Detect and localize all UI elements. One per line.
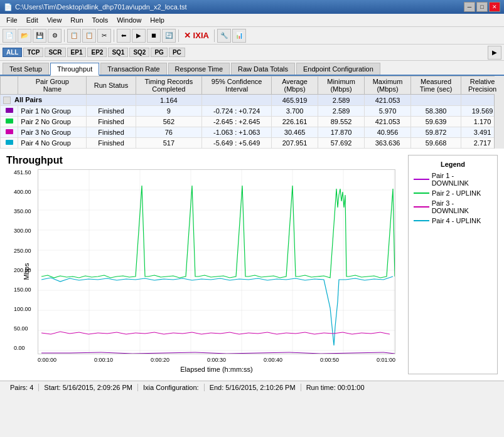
tab-transaction-rate[interactable]: Transaction Rate <box>100 63 166 75</box>
row-time-2: 59.872 <box>411 127 461 138</box>
menu-edit[interactable]: Edit <box>23 15 42 25</box>
open-button[interactable]: 📂 <box>18 29 31 43</box>
row-icon-1 <box>1 117 18 127</box>
x-tick-1: 0:00:10 <box>94 357 113 363</box>
tab-endpoint-config[interactable]: Endpoint Configuration <box>296 63 380 75</box>
tool-btn-9[interactable]: 🔧 <box>217 29 231 43</box>
menu-file[interactable]: File <box>3 15 21 25</box>
mode-ep1[interactable]: EP1 <box>67 48 87 57</box>
all-pairs-time <box>411 95 461 106</box>
tool-btn-5[interactable]: ⬅ <box>117 29 131 43</box>
mode-pc[interactable]: PC <box>169 48 185 57</box>
menu-tools[interactable]: Tools <box>88 15 112 25</box>
row-pair-2: Pair 3 No Group <box>18 127 87 138</box>
cut-button[interactable]: ✂ <box>97 29 111 43</box>
status-ixia-config: Ixia Configuration: <box>138 384 205 391</box>
scroll-right[interactable]: ▶ <box>488 46 501 60</box>
tab-throughput[interactable]: Throughput <box>50 63 99 76</box>
all-pairs-row: All Pairs 1.164 465.919 2.589 421.053 <box>1 95 504 106</box>
row-icon-0 <box>1 106 18 117</box>
row-avg-0: 3.700 <box>272 106 318 117</box>
ixia-logo: ✕ IXIA <box>184 31 209 40</box>
x-tick-3: 0:00:30 <box>207 357 226 363</box>
x-tick-4: 0:00:40 <box>264 357 282 363</box>
maximize-button[interactable]: □ <box>476 2 488 12</box>
y-tick-5: 200.00 <box>14 267 31 273</box>
separator-1 <box>64 29 65 42</box>
legend-label-1: Pair 1 - DOWNLINK <box>432 172 492 187</box>
table-row: Pair 3 No Group Finished 76 -1.063 : +1.… <box>1 127 504 138</box>
y-tick-6: 150.00 <box>14 287 31 293</box>
x-tick-2: 0:00:20 <box>151 357 169 363</box>
mode-tcp[interactable]: TCP <box>23 48 43 57</box>
x-tick-6: 0:01:00 <box>377 357 395 363</box>
tool-btn-4[interactable]: ⚙ <box>48 29 62 43</box>
status-start: Start: 5/16/2015, 2:09:26 PM <box>39 384 138 391</box>
chart-legend: Legend Pair 1 - DOWNLINK Pair 2 - UPLINK… <box>408 155 498 374</box>
new-button[interactable]: 📄 <box>3 29 16 43</box>
col-relative-precision: RelativePrecision <box>461 76 504 95</box>
tab-raw-data[interactable]: Raw Data Totals <box>231 63 295 75</box>
tab-test-setup[interactable]: Test Setup <box>3 63 49 75</box>
separator-3 <box>178 29 179 42</box>
mode-all[interactable]: ALL <box>3 48 22 57</box>
table-row: Pair 1 No Group Finished 9 -0.724 : +0.7… <box>1 106 504 117</box>
paste-button[interactable]: 📋 <box>82 29 96 43</box>
mode-pg[interactable]: PG <box>151 48 167 57</box>
legend-title: Legend <box>414 161 492 168</box>
mode-sq2[interactable]: SQ2 <box>129 48 149 57</box>
mode-scr[interactable]: SCR <box>45 48 65 57</box>
copy-button[interactable]: 📋 <box>67 29 81 43</box>
row-status-1: Finished <box>87 117 136 127</box>
col-confidence: 95% ConfidenceInterval <box>202 76 272 95</box>
menu-view[interactable]: View <box>43 15 66 25</box>
legend-item-2: Pair 2 - UPLINK <box>414 189 492 197</box>
menu-run[interactable]: Run <box>67 15 87 25</box>
status-end: End: 5/16/2015, 2:10:26 PM <box>205 384 301 391</box>
table-row: Pair 2 No Group Finished 562 -2.645 : +2… <box>1 117 504 127</box>
all-pairs-status <box>87 95 136 106</box>
menu-window[interactable]: Window <box>113 15 145 25</box>
tab-response-time[interactable]: Response Time <box>168 63 230 75</box>
col-group <box>1 76 18 95</box>
row-max-0: 5.970 <box>365 106 411 117</box>
y-tick-4: 250.00 <box>14 248 31 254</box>
row-min-0: 2.589 <box>318 106 365 117</box>
legend-label-3: Pair 3 - DOWNLINK <box>432 199 492 214</box>
mode-sq1[interactable]: SQ1 <box>108 48 128 57</box>
row-timing-3: 517 <box>136 138 202 149</box>
tool-btn-10[interactable]: 📊 <box>232 29 246 43</box>
row-ci-1: -2.645 : +2.645 <box>202 117 272 127</box>
row-ci-3: -5.649 : +5.649 <box>202 138 272 149</box>
legend-item-3: Pair 3 - DOWNLINK <box>414 199 492 214</box>
y-tick-7: 100.00 <box>14 306 31 312</box>
row-avg-1: 226.161 <box>272 117 318 127</box>
col-measured-time: MeasuredTime (sec) <box>411 76 461 95</box>
y-tick-8: 50.00 <box>14 325 31 332</box>
y-tick-0: 451.50 <box>14 169 31 176</box>
tool-btn-8[interactable]: 🔄 <box>162 29 176 43</box>
save-button[interactable]: 💾 <box>33 29 46 43</box>
tool-btn-7[interactable]: ⏹ <box>147 29 161 43</box>
close-button[interactable]: ✕ <box>489 2 500 12</box>
col-timing-records: Timing RecordsCompleted <box>136 76 202 95</box>
mode-ep2[interactable]: EP2 <box>87 48 107 57</box>
all-pairs-ci <box>202 95 272 106</box>
row-ci-0: -0.724 : +0.724 <box>202 106 272 117</box>
y-tick-1: 400.00 <box>14 189 31 195</box>
row-max-3: 363.636 <box>365 138 411 149</box>
row-min-2: 17.870 <box>318 127 365 138</box>
all-pairs-timing: 1.164 <box>136 95 202 106</box>
row-max-2: 40.956 <box>365 127 411 138</box>
x-tick-5: 0:00:50 <box>320 357 339 363</box>
menu-help[interactable]: Help <box>146 15 168 25</box>
mode-toolbar: ALL TCP SCR EP1 EP2 SQ1 SQ2 PG PC ▶ <box>0 45 504 61</box>
row-icon-2 <box>1 127 18 138</box>
all-pairs-max: 421.053 <box>365 95 411 106</box>
chart-area: Throughput Mbps 451.50 400.00 350.00 300… <box>0 149 504 381</box>
row-min-3: 57.692 <box>318 138 365 149</box>
row-timing-1: 562 <box>136 117 202 127</box>
tool-btn-6[interactable]: ▶ <box>132 29 146 43</box>
row-avg-3: 207.951 <box>272 138 318 149</box>
minimize-button[interactable]: ─ <box>464 2 475 12</box>
